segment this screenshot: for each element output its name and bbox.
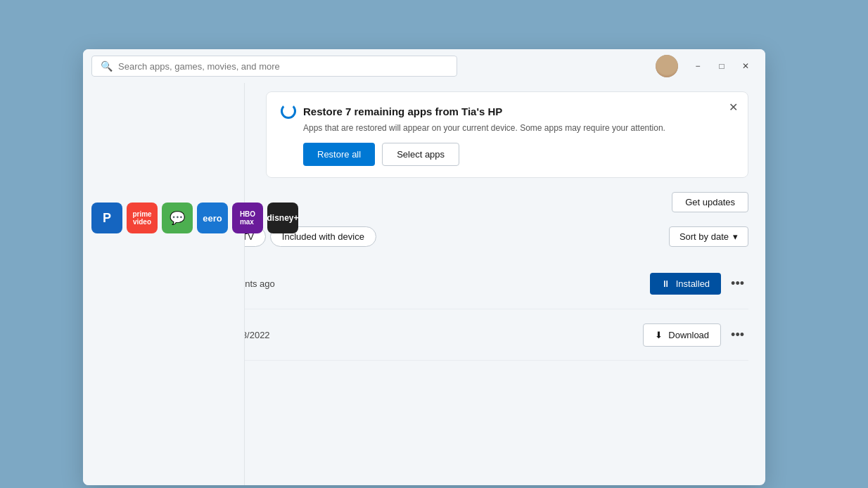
close-banner-button[interactable]: ✕ <box>729 101 738 114</box>
restore-banner: Restore 7 remaining apps from Tia's HP A… <box>266 91 748 178</box>
installed-label-1: Installed <box>676 278 710 289</box>
get-updates-button[interactable]: Get updates <box>672 192 748 212</box>
ellipsis-icon-2: ••• <box>731 328 744 342</box>
sort-label: Sort by date <box>679 231 729 242</box>
installed-button-1[interactable]: ⏸ Installed <box>650 273 721 295</box>
window-controls: − □ ✕ <box>687 56 757 76</box>
close-button[interactable]: ✕ <box>734 56 757 76</box>
app-icon-prime: primevideo <box>127 203 158 233</box>
title-bar-right: − □ ✕ <box>656 55 757 77</box>
restore-actions: Restore all Select apps <box>303 143 734 166</box>
restore-banner-header: Restore 7 remaining apps from Tia's HP <box>281 103 734 119</box>
restore-icon <box>281 103 296 119</box>
restore-description: Apps that are restored will appear on yo… <box>303 123 734 133</box>
app-icon-line: 💬 <box>162 203 193 233</box>
sidebar <box>83 83 245 485</box>
restore-all-button[interactable]: Restore all <box>303 143 375 166</box>
sort-dropdown[interactable]: Sort by date ▾ <box>669 226 748 247</box>
avatar[interactable] <box>656 55 678 77</box>
download-icon: ⬇ <box>655 330 663 340</box>
app-icons-row: P primevideo 💬 eero HBOmax disney+ <box>83 197 307 239</box>
more-button-2[interactable]: ••• <box>727 325 748 345</box>
app-icon-eero: eero <box>197 203 228 233</box>
search-bar[interactable]: 🔍 <box>91 56 457 77</box>
search-icon: 🔍 <box>101 60 113 72</box>
app-icon-p: P <box>91 203 122 233</box>
title-bar: 🔍 − □ ✕ <box>83 49 765 83</box>
select-apps-button[interactable]: Select apps <box>382 143 459 166</box>
maximize-button[interactable]: □ <box>710 56 733 76</box>
download-label-2: Download <box>668 330 709 340</box>
pause-icon: ⏸ <box>661 278 670 289</box>
app-row-actions-1: ⏸ Installed ••• <box>650 273 748 295</box>
minimize-button[interactable]: − <box>687 56 709 76</box>
app-date-label-1: Installed moments ago <box>183 278 650 289</box>
app-icon-disney: disney+ <box>267 203 298 233</box>
more-button-1[interactable]: ••• <box>727 274 748 294</box>
app-icon-hbomax: HBOmax <box>232 203 263 233</box>
ellipsis-icon-1: ••• <box>731 276 744 290</box>
search-input[interactable] <box>118 61 448 72</box>
app-row-actions-2: ⬇ Download ••• <box>643 323 748 347</box>
app-date-label-2: Purchased 2/18/2022 <box>183 330 643 340</box>
download-button-2[interactable]: ⬇ Download <box>643 323 721 347</box>
restore-title: Restore 7 remaining apps from Tia's HP <box>303 105 502 117</box>
chevron-down-icon: ▾ <box>733 231 738 242</box>
